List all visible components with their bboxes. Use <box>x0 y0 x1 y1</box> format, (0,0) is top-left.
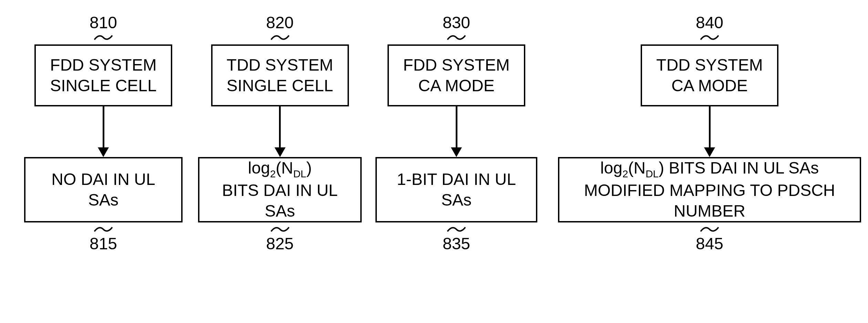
top-box-tdd-single: TDD SYSTEM SINGLE CELL <box>211 44 349 106</box>
lead-line-tilde <box>699 33 720 42</box>
box-line: MODIFIED MAPPING TO PDSCH NUMBER <box>569 180 850 221</box>
bottom-box-1bit-dai: 1-BIT DAI IN UL SAs <box>375 157 537 222</box>
box-line: SINGLE CELL <box>227 75 333 96</box>
top-box-fdd-ca: FDD SYSTEM CA MODE <box>388 44 525 106</box>
lead-line-tilde <box>446 33 467 42</box>
lead-line-tilde <box>446 225 467 234</box>
bottom-box-no-dai: NO DAI IN UL SAs <box>24 157 183 222</box>
box-line: SINGLE CELL <box>50 75 156 96</box>
box-line: TDD SYSTEM <box>227 55 333 75</box>
box-line: FDD SYSTEM <box>403 55 509 75</box>
reference-numeral-bottom: 845 <box>696 235 723 253</box>
lead-line-tilde <box>699 225 720 234</box>
arrow-down <box>275 106 286 157</box>
box-line: BITS DAI IN UL SAs <box>209 180 351 221</box>
arrow-down <box>451 106 462 157</box>
bottom-box-log-dai: log2(NDL) BITS DAI IN UL SAs <box>198 157 362 222</box>
box-line: FDD SYSTEM <box>50 55 156 75</box>
lead-line-tilde <box>270 225 290 234</box>
box-line: CA MODE <box>418 75 494 96</box>
reference-numeral-top: 810 <box>90 14 117 32</box>
top-box-tdd-ca: TDD SYSTEM CA MODE <box>641 44 778 106</box>
bottom-box-log-dai-modified: log2(NDL) BITS DAI IN UL SAs MODIFIED MA… <box>558 157 861 222</box>
box-line: 1-BIT DAI IN UL SAs <box>386 169 526 210</box>
reference-numeral-top: 830 <box>443 14 470 32</box>
diagram-column: 840 TDD SYSTEM CA MODE log2(NDL) BITS DA… <box>558 14 861 253</box>
lead-line-tilde <box>270 33 290 42</box>
reference-numeral-top: 840 <box>696 14 723 32</box>
reference-numeral-top: 820 <box>266 14 293 32</box>
box-line: NO DAI IN UL SAs <box>35 169 172 210</box>
lead-line-tilde <box>93 33 114 42</box>
arrow-down <box>704 106 715 157</box>
box-line: CA MODE <box>671 75 747 96</box>
reference-numeral-bottom: 825 <box>266 235 293 253</box>
reference-numeral-bottom: 835 <box>443 235 470 253</box>
diagram-column: 820 TDD SYSTEM SINGLE CELL log2(NDL) BIT… <box>198 14 362 253</box>
formula-line: log2(NDL) <box>248 158 312 180</box>
formula-line: log2(NDL) BITS DAI IN UL SAs <box>600 158 819 180</box>
reference-numeral-bottom: 815 <box>90 235 117 253</box>
arrow-down <box>98 106 109 157</box>
box-line: TDD SYSTEM <box>656 55 763 75</box>
top-box-fdd-single: FDD SYSTEM SINGLE CELL <box>34 44 172 106</box>
diagram-column: 810 FDD SYSTEM SINGLE CELL NO DAI IN UL … <box>24 14 183 253</box>
lead-line-tilde <box>93 225 114 234</box>
diagram-column: 830 FDD SYSTEM CA MODE 1-BIT DAI IN UL S… <box>375 14 537 253</box>
